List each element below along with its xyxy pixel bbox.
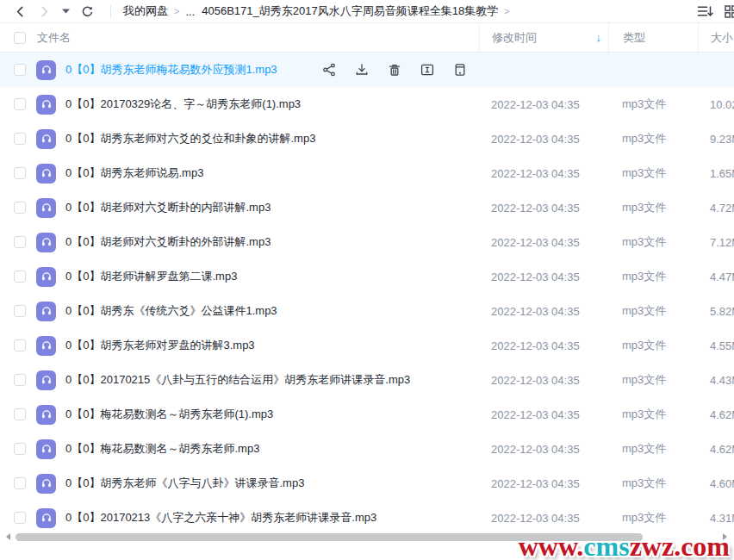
rename-icon	[420, 63, 434, 77]
refresh-button[interactable]	[81, 5, 94, 18]
grid-view-button[interactable]	[725, 5, 734, 18]
row-checkbox[interactable]	[14, 167, 26, 179]
delete-icon	[388, 63, 401, 77]
table-row[interactable]: 0【0】20170215《八卦与五行的结合运用》胡秀东老师讲课录音.mp3	[0, 363, 734, 397]
row-checkbox[interactable]	[14, 64, 26, 76]
row-checkbox[interactable]	[14, 98, 26, 110]
file-size: 4.43M	[698, 374, 734, 387]
file-name-link[interactable]: 0【0】胡老师对六爻断卦的内部讲解.mp3	[65, 200, 271, 215]
file-name-link[interactable]: 0【0】梅花易数测名～胡秀东老师.mp3	[65, 441, 259, 457]
file-modified-date: 2022-12-03 04:35	[479, 305, 608, 318]
file-name-link[interactable]: 0【0】胡秀东老师说易.mp3	[65, 165, 203, 181]
row-hover-actions	[322, 63, 479, 77]
file-type: mp3文件	[608, 441, 698, 457]
audio-file-icon	[36, 198, 56, 218]
history-dropdown-button[interactable]	[62, 9, 70, 14]
column-header-filename[interactable]: 文件名	[26, 23, 479, 52]
sort-descending-arrow-icon: ↓	[596, 31, 602, 44]
table-row[interactable]: 0【0】胡秀东老师对罗盘的讲解3.mp3	[0, 328, 734, 363]
row-checkbox[interactable]	[14, 271, 26, 283]
file-name-link[interactable]: 0【0】胡秀东老师对罗盘的讲解3.mp3	[65, 338, 255, 353]
row-checkbox[interactable]	[14, 512, 26, 524]
download-icon	[355, 63, 369, 77]
sort-order-button[interactable]	[697, 4, 713, 18]
caret-down-icon	[62, 9, 70, 14]
file-type: mp3文件	[608, 234, 698, 250]
row-checkbox[interactable]	[14, 305, 26, 317]
site-watermark: www.cmszwz.com	[519, 531, 730, 560]
scroll-left-arrow-icon[interactable]	[3, 533, 10, 540]
table-row[interactable]: 0【0】胡老师对六爻断卦的外部讲解.mp3	[0, 225, 734, 259]
file-size: 4.55M	[698, 339, 734, 352]
row-checkbox[interactable]	[14, 339, 26, 352]
file-type: mp3文件	[608, 165, 698, 181]
refresh-icon	[81, 5, 94, 18]
file-type: mp3文件	[608, 372, 698, 388]
select-all-checkbox[interactable]	[14, 32, 26, 44]
row-checkbox[interactable]	[14, 133, 26, 145]
share-button[interactable]	[322, 63, 336, 77]
audio-file-icon	[36, 129, 56, 149]
column-header-type[interactable]: 类型	[608, 23, 698, 52]
more-button[interactable]	[453, 63, 467, 77]
table-row[interactable]: 0【0】胡秀东老师说易.mp3	[0, 156, 734, 190]
file-size: 4.72M	[698, 202, 734, 215]
file-name-link[interactable]: 0【0】20170329论名、字～胡秀东老师(1).mp3	[65, 96, 301, 112]
rename-button[interactable]	[420, 63, 434, 77]
file-list: 0【0】胡秀东老师梅花易数外应预测1.mp3	[0, 53, 734, 535]
row-checkbox[interactable]	[14, 477, 26, 489]
file-name-link[interactable]: 0【0】胡老师讲解罗盘第二课.mp3	[65, 269, 237, 284]
table-row[interactable]: 0【0】梅花易数测名～胡秀东老师.mp3	[0, 432, 734, 466]
file-name-link[interactable]: 0【0】20170213《八字之六亲十神》胡秀东老师讲课录音.mp3	[65, 510, 376, 526]
file-name-link[interactable]: 0【0】20170215《八卦与五行的结合运用》胡秀东老师讲课录音.mp3	[65, 372, 410, 388]
file-size: 4.47M	[698, 271, 734, 283]
file-type: mp3文件	[608, 269, 698, 284]
file-name-link[interactable]: 0【0】胡秀东老师梅花易数外应预测1.mp3	[65, 62, 277, 78]
file-name-cell: 0【0】20170213《八字之六亲十神》胡秀东老师讲课录音.mp3	[26, 501, 479, 535]
file-name-link[interactable]: 0【0】胡老师对六爻断卦的外部讲解.mp3	[65, 234, 271, 250]
column-header-size[interactable]: 大小	[698, 23, 734, 52]
file-name-link[interactable]: 0【0】梅花易数测名～胡秀东老师(1).mp3	[65, 407, 273, 422]
file-type: mp3文件	[608, 476, 698, 491]
forward-button[interactable]	[38, 5, 51, 18]
table-row[interactable]: 0【0】20170213《八字之六亲十神》胡秀东老师讲课录音.mp3	[0, 501, 734, 535]
file-type: mp3文件	[608, 510, 698, 526]
row-checkbox[interactable]	[14, 443, 26, 455]
table-row[interactable]: 0【0】胡秀东老师《八字与八卦》讲课录音.mp3	[0, 466, 734, 501]
file-name-cell: 0【0】梅花易数测名～胡秀东老师.mp3	[26, 432, 479, 466]
file-name-link[interactable]: 0【0】胡秀东《传统六爻》公益课件1.mp3	[65, 303, 277, 319]
table-row[interactable]: 0【0】胡老师讲解罗盘第二课.mp3	[0, 259, 734, 294]
chevron-right-icon	[38, 5, 51, 18]
sort-list-icon	[697, 4, 713, 18]
row-checkbox[interactable]	[14, 374, 26, 386]
row-checkbox[interactable]	[14, 202, 26, 214]
table-row[interactable]: 0【0】20170329论名、字～胡秀东老师(1).mp3	[0, 87, 734, 121]
row-checkbox[interactable]	[14, 236, 26, 248]
table-header: 文件名 修改时间 ↓ 类型 大小	[0, 23, 734, 53]
file-size: 1.65M	[698, 167, 734, 180]
table-row[interactable]: 0【0】胡秀东老师梅花易数外应预测1.mp3	[0, 53, 734, 87]
column-header-modified[interactable]: 修改时间 ↓	[479, 23, 608, 52]
file-name-link[interactable]: 0【0】胡秀东老师对六爻的爻位和卦象的讲解.mp3	[65, 131, 315, 146]
breadcrumb-current-folder[interactable]: 4056B171_胡秀东2017风水八字周易音频课程全集18集教学	[202, 3, 498, 19]
table-row[interactable]: 0【0】胡秀东老师对六爻的爻位和卦象的讲解.mp3	[0, 121, 734, 156]
breadcrumb-root[interactable]: 我的网盘	[123, 3, 168, 19]
table-row[interactable]: 0【0】梅花易数测名～胡秀东老师(1).mp3	[0, 397, 734, 432]
breadcrumb-collapsed[interactable]: ...	[185, 5, 195, 18]
file-modified-date: 2022-12-03 04:35	[479, 202, 608, 215]
delete-button[interactable]	[388, 63, 401, 77]
file-name-cell: 0【0】胡秀东老师对罗盘的讲解3.mp3	[26, 328, 479, 363]
file-type: mp3文件	[608, 200, 698, 215]
audio-file-icon	[36, 336, 56, 356]
file-type: mp3文件	[608, 407, 698, 422]
cloud-drive-window: 我的网盘 > ... 4056B171_胡秀东2017风水八字周易音频课程全集1…	[0, 0, 734, 560]
file-name-link[interactable]: 0【0】胡秀东老师《八字与八卦》讲课录音.mp3	[65, 476, 304, 491]
file-modified-date: 2022-12-03 04:35	[479, 339, 608, 352]
row-checkbox[interactable]	[14, 408, 26, 420]
file-modified-date: 2022-12-03 04:35	[479, 98, 608, 111]
table-row[interactable]: 0【0】胡秀东《传统六爻》公益课件1.mp3	[0, 294, 734, 328]
table-row[interactable]: 0【0】胡老师对六爻断卦的内部讲解.mp3	[0, 190, 734, 225]
back-button[interactable]	[14, 5, 27, 18]
download-button[interactable]	[355, 63, 369, 77]
grid-view-icon	[725, 5, 734, 18]
